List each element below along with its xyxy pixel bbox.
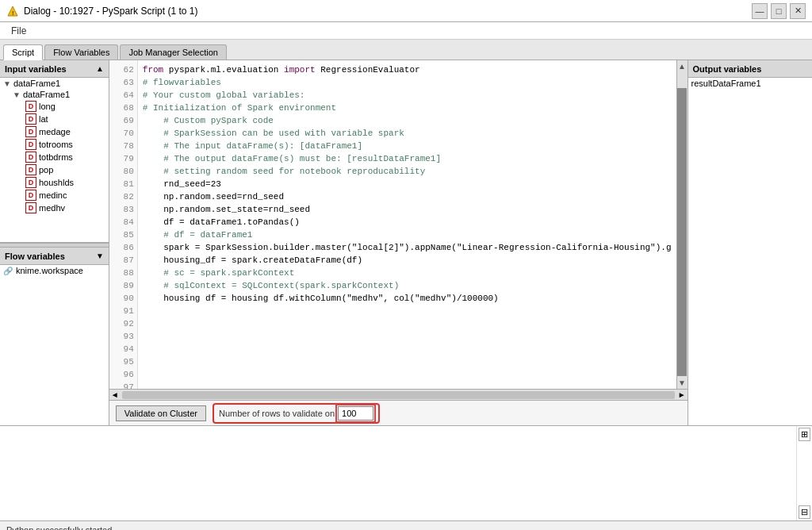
flow-variables-section: Flow variables ▼ 🔗 knime.workspace xyxy=(0,248,109,425)
tree-leaf-item[interactable]: Dpop xyxy=(0,163,109,176)
status-bar: Python successfully started xyxy=(0,520,812,530)
tree-root-item[interactable]: ▼ dataFrame1 xyxy=(0,78,109,89)
tree-child-label: dataFrame1 xyxy=(23,90,70,99)
type-badge: D xyxy=(25,177,36,188)
close-button[interactable]: ✕ xyxy=(790,3,806,19)
flow-variables-label: Flow variables xyxy=(5,252,65,261)
flow-variables-expand[interactable]: ▼ xyxy=(96,252,104,260)
tree-children: DlongDlatDmedageDtotroomsDtotbdrmsDpopDh… xyxy=(0,100,109,214)
input-variables-section: Input variables ▲ ▼ dataFrame1 ▼ dataFra… xyxy=(0,60,109,243)
svg-text:!: ! xyxy=(12,10,14,17)
var-name: totrooms xyxy=(39,140,73,149)
editor-scrollbar[interactable]: ▲ ▼ xyxy=(676,60,688,389)
flow-var-item[interactable]: 🔗 knime.workspace xyxy=(0,265,109,276)
tree-root-label: dataFrame1 xyxy=(13,79,60,88)
rows-validate-container: Number of rows to validate on xyxy=(213,403,380,424)
type-badge: D xyxy=(25,101,36,112)
var-name: totbdrms xyxy=(39,152,73,162)
flow-var-icon: 🔗 xyxy=(3,267,13,275)
menu-bar: File xyxy=(0,22,812,40)
scroll-left-arrow[interactable]: ◄ xyxy=(109,390,121,399)
maximize-button[interactable]: □ xyxy=(771,3,787,19)
type-badge: D xyxy=(25,126,36,137)
type-badge: D xyxy=(25,139,36,150)
output-var-item[interactable]: resultDataFrame1 xyxy=(688,78,812,89)
flow-variables-header: Flow variables ▼ xyxy=(0,248,109,265)
scroll-track[interactable] xyxy=(677,88,687,376)
code-editor: 6263646869707879808182838485868788899091… xyxy=(109,60,688,389)
title-bar: ! Dialog - 10:1927 - PySpark Script (1 t… xyxy=(0,0,812,22)
var-name: medhv xyxy=(39,203,65,213)
menu-file[interactable]: File xyxy=(6,25,31,36)
tree-child-icon: ▼ xyxy=(13,90,21,99)
tree-leaf-item[interactable]: Dmedinc xyxy=(0,189,109,202)
window-title: Dialog - 10:1927 - PySpark Script (1 to … xyxy=(24,6,197,17)
scroll-up-arrow[interactable]: ▲ xyxy=(678,60,686,72)
scroll-right-arrow[interactable]: ► xyxy=(676,390,688,399)
var-name: pop xyxy=(39,165,53,175)
output-panel: Output variables resultDataFrame1 xyxy=(688,60,812,425)
tree-leaf-item[interactable]: Dtotrooms xyxy=(0,138,109,151)
input-variables-label: Input variables xyxy=(5,64,67,74)
type-badge: D xyxy=(25,190,36,201)
app-icon: ! xyxy=(6,5,19,17)
type-badge: D xyxy=(25,164,36,175)
tree-child-item[interactable]: ▼ dataFrame1 xyxy=(0,89,109,100)
output-variables-header: Output variables xyxy=(688,60,812,78)
tab-job-manager[interactable]: Job Manager Selection xyxy=(120,44,227,60)
console-icon-2[interactable]: ⊟ xyxy=(799,505,810,519)
tree-leaf-item[interactable]: Dlat xyxy=(0,113,109,125)
console-controls: ⊞ ⊟ xyxy=(796,426,812,520)
tab-bar: Script Flow Variables Job Manager Select… xyxy=(0,40,812,60)
type-badge: D xyxy=(25,113,36,125)
type-badge: D xyxy=(25,152,36,163)
var-name: medinc xyxy=(39,190,67,200)
tree-leaf-item[interactable]: Dhoushlds xyxy=(0,176,109,189)
input-variables-header: Input variables ▲ xyxy=(0,60,109,78)
var-name: lat xyxy=(39,114,48,124)
rows-label: Number of rows to validate on xyxy=(219,409,335,418)
h-scroll-thumb[interactable] xyxy=(122,391,675,399)
console-area: ⊞ ⊟ xyxy=(0,425,812,520)
tree-leaf-item[interactable]: Dmedhv xyxy=(0,202,109,214)
output-variables-label: Output variables xyxy=(693,64,762,74)
console-icon-1[interactable]: ⊞ xyxy=(799,428,810,441)
window-controls: — □ ✕ xyxy=(752,3,806,19)
tree-leaf-item[interactable]: Dmedage xyxy=(0,125,109,138)
code-content[interactable]: from pyspark.ml.evaluation import Regres… xyxy=(138,60,676,389)
horizontal-scrollbar[interactable]: ◄ ► xyxy=(109,389,688,400)
console-content xyxy=(0,426,796,520)
editor-bottom-bar: Validate on Cluster Number of rows to va… xyxy=(109,400,688,425)
tab-flow-variables[interactable]: Flow Variables xyxy=(44,44,118,60)
left-panel: Input variables ▲ ▼ dataFrame1 ▼ dataFra… xyxy=(0,60,109,425)
line-numbers: 6263646869707879808182838485868788899091… xyxy=(109,60,138,389)
status-text: Python successfully started xyxy=(6,525,112,531)
tree-leaf-item[interactable]: Dtotbdrms xyxy=(0,151,109,163)
var-name: long xyxy=(39,102,56,111)
tree-leaf-item[interactable]: Dlong xyxy=(0,100,109,113)
scroll-down-arrow[interactable]: ▼ xyxy=(678,377,686,389)
var-name: houshlds xyxy=(39,178,74,187)
input-variables-expand[interactable]: ▲ xyxy=(96,64,104,73)
flow-var-label: knime.workspace xyxy=(16,266,83,275)
tree-collapse-icon: ▼ xyxy=(3,79,11,88)
output-var-label: resultDataFrame1 xyxy=(691,79,761,88)
type-badge: D xyxy=(25,202,36,213)
rows-input[interactable] xyxy=(338,406,373,421)
main-content: Input variables ▲ ▼ dataFrame1 ▼ dataFra… xyxy=(0,60,812,425)
var-name: medage xyxy=(39,127,71,136)
validate-cluster-button[interactable]: Validate on Cluster xyxy=(116,405,206,421)
script-editor-area: 6263646869707879808182838485868788899091… xyxy=(109,60,688,425)
minimize-button[interactable]: — xyxy=(752,3,768,19)
tab-script[interactable]: Script xyxy=(3,44,43,60)
